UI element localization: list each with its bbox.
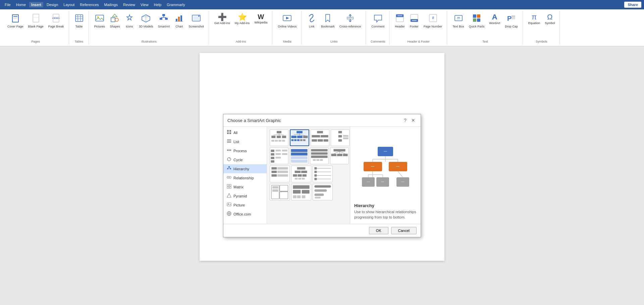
thumb-hierarchy-8[interactable] bbox=[330, 147, 349, 164]
cover-page-button[interactable]: Cover Page bbox=[5, 12, 25, 29]
drop-cap-button[interactable]: P Drop Cap bbox=[503, 12, 520, 29]
svg-rect-121 bbox=[338, 131, 342, 133]
thumb-hierarchy-10[interactable] bbox=[291, 166, 311, 182]
svg-rect-28 bbox=[176, 19, 177, 21]
svg-rect-68 bbox=[227, 149, 228, 151]
wikipedia-label: Wikipedia bbox=[254, 21, 267, 24]
thumb-hierarchy-11[interactable] bbox=[313, 166, 333, 182]
media-group-label: Media bbox=[283, 40, 291, 43]
symbol-button[interactable]: Ω Symbol bbox=[543, 12, 557, 26]
quick-parts-button[interactable]: Quick Parts bbox=[467, 12, 487, 29]
review-tab[interactable]: Review bbox=[121, 2, 137, 7]
svg-rect-182 bbox=[302, 190, 310, 194]
category-all[interactable]: All bbox=[223, 128, 267, 137]
category-hierarchy[interactable]: Hierarchy bbox=[223, 164, 267, 173]
home-tab[interactable]: Home bbox=[14, 2, 28, 7]
svg-text:—: — bbox=[381, 180, 384, 183]
link-icon bbox=[307, 13, 316, 24]
category-pyramid-label: Pyramid bbox=[233, 194, 247, 198]
comment-button[interactable]: Comment bbox=[369, 12, 386, 29]
thumb-hierarchy-7[interactable] bbox=[310, 147, 329, 164]
online-videos-button[interactable]: Online Videos bbox=[276, 12, 299, 29]
svg-rect-181 bbox=[293, 190, 301, 194]
tables-group-label: Tables bbox=[75, 40, 84, 43]
wordart-button[interactable]: A WordArt bbox=[487, 12, 502, 26]
3d-models-button[interactable]: 3D Models bbox=[137, 12, 155, 29]
svg-rect-129 bbox=[271, 160, 274, 163]
my-addins-button[interactable]: ⭐ My Add-ins bbox=[233, 12, 252, 26]
svg-rect-100 bbox=[275, 140, 278, 141]
page-break-label: Page Break bbox=[48, 25, 64, 28]
smartart-button[interactable]: SmartArt bbox=[156, 12, 172, 29]
link-button[interactable]: Link bbox=[305, 12, 318, 29]
view-tab[interactable]: View bbox=[139, 2, 151, 7]
file-menu-btn[interactable]: File bbox=[3, 2, 13, 7]
smartart-label: SmartArt bbox=[158, 25, 170, 28]
dialog-help-button[interactable]: ? bbox=[402, 117, 409, 124]
svg-rect-131 bbox=[275, 153, 281, 155]
wikipedia-button[interactable]: W Wikipedia bbox=[252, 12, 269, 25]
symbol-label: Symbol bbox=[545, 21, 555, 25]
table-button[interactable]: Table bbox=[72, 12, 86, 29]
screenshot-button[interactable]: Screenshot bbox=[186, 12, 206, 29]
svg-rect-127 bbox=[271, 153, 274, 156]
shapes-button[interactable]: Shapes bbox=[108, 12, 122, 29]
thumb-hierarchy-5[interactable] bbox=[270, 147, 288, 164]
icons-icon bbox=[125, 13, 134, 24]
svg-rect-74 bbox=[228, 166, 230, 167]
svg-rect-118 bbox=[312, 139, 317, 141]
mailings-tab[interactable]: Mailings bbox=[102, 2, 120, 7]
help-tab[interactable]: Help bbox=[152, 2, 164, 7]
grammarly-tab[interactable]: Grammarly bbox=[165, 2, 187, 7]
ok-button[interactable]: OK bbox=[369, 227, 388, 234]
icons-button[interactable]: Icons bbox=[123, 12, 136, 29]
cross-reference-button[interactable]: Cross-reference bbox=[337, 12, 363, 29]
get-addins-button[interactable]: ➕ Get Add-ins bbox=[212, 12, 232, 26]
page-break-button[interactable]: Page Break bbox=[46, 12, 66, 29]
cancel-button[interactable]: Cancel bbox=[391, 227, 417, 234]
category-cycle[interactable]: Cycle bbox=[223, 155, 267, 164]
share-button[interactable]: Share bbox=[624, 2, 641, 8]
insert-tab[interactable]: Insert bbox=[29, 2, 43, 7]
blank-page-button[interactable]: Blank Page bbox=[26, 12, 46, 29]
dialog-close-button[interactable]: ✕ bbox=[410, 117, 417, 124]
svg-rect-30 bbox=[180, 15, 182, 21]
bookmark-button[interactable]: Bookmark bbox=[319, 12, 337, 29]
references-tab[interactable]: References bbox=[78, 2, 101, 7]
category-pyramid[interactable]: Pyramid bbox=[223, 191, 267, 200]
svg-rect-82 bbox=[229, 184, 231, 186]
layout-tab[interactable]: Layout bbox=[61, 2, 76, 7]
thumb-hierarchy-13[interactable] bbox=[291, 184, 311, 200]
page-number-button[interactable]: # Page Number bbox=[422, 12, 444, 29]
svg-rect-125 bbox=[343, 137, 348, 139]
text-box-button[interactable]: Text Box bbox=[450, 12, 466, 29]
svg-rect-62 bbox=[229, 130, 231, 132]
header-button[interactable]: Header bbox=[393, 12, 407, 29]
thumb-hierarchy-4[interactable] bbox=[331, 129, 350, 146]
category-picture[interactable]: Picture bbox=[223, 200, 267, 209]
thumb-hierarchy-3[interactable] bbox=[311, 129, 329, 146]
thumb-hierarchy-2[interactable] bbox=[290, 129, 309, 146]
category-office-com[interactable]: Office.com bbox=[223, 209, 267, 219]
thumb-hierarchy-12[interactable] bbox=[270, 184, 290, 200]
svg-rect-7 bbox=[53, 14, 59, 17]
thumb-hierarchy-1[interactable] bbox=[270, 129, 288, 146]
pictures-button[interactable]: Pictures bbox=[92, 12, 107, 29]
thumb-hierarchy-14[interactable] bbox=[313, 184, 333, 200]
svg-rect-145 bbox=[333, 149, 345, 151]
chart-button[interactable]: Chart bbox=[172, 12, 186, 29]
svg-rect-111 bbox=[294, 139, 297, 141]
svg-rect-5 bbox=[33, 14, 39, 22]
category-process[interactable]: Process bbox=[223, 146, 267, 155]
category-relationship[interactable]: Relationship bbox=[223, 173, 267, 182]
footer-button[interactable]: Footer bbox=[408, 12, 421, 29]
text-group-label: Text bbox=[482, 40, 488, 43]
svg-rect-159 bbox=[295, 171, 301, 173]
equation-button[interactable]: π Equation bbox=[526, 12, 542, 26]
hierarchy-icon bbox=[227, 166, 231, 172]
thumb-hierarchy-9[interactable] bbox=[270, 166, 290, 182]
thumb-hierarchy-6[interactable] bbox=[290, 147, 309, 164]
category-list[interactable]: List bbox=[223, 137, 267, 146]
design-tab[interactable]: Design bbox=[45, 2, 60, 7]
category-matrix[interactable]: Matrix bbox=[223, 182, 267, 191]
